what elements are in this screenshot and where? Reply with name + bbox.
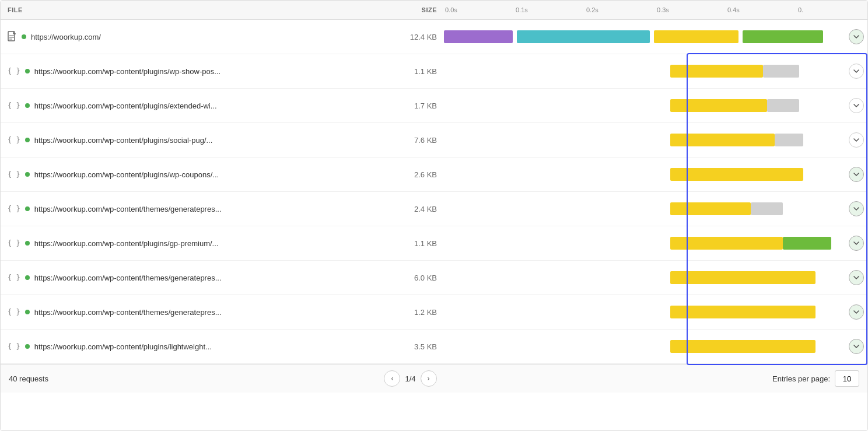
table-row: { }https://woorkup.com/wp-content/plugin…: [1, 123, 867, 157]
row-timeline: [444, 89, 867, 122]
row-file: { }https://woorkup.com/wp-content/plugin…: [1, 62, 386, 80]
file-url: https://woorkup.com/wp-content/plugins/g…: [34, 239, 219, 248]
entries-info: Entries per page:: [772, 370, 859, 387]
expand-button[interactable]: [849, 167, 864, 182]
bar-segment: [444, 30, 513, 43]
file-type-icon: [8, 31, 17, 43]
row-size: 2.6 KB: [386, 166, 444, 184]
expand-button[interactable]: [849, 64, 864, 79]
row-file: { }https://woorkup.com/wp-content/themes…: [1, 200, 386, 218]
page-prev-button[interactable]: ‹: [384, 370, 400, 387]
row-size: 2.4 KB: [386, 200, 444, 218]
expand-button[interactable]: [849, 236, 864, 251]
table-row: { }https://woorkup.com/wp-content/plugin…: [1, 157, 867, 192]
bar-segment: [670, 65, 763, 78]
bar-container: [444, 340, 848, 353]
requests-count: 40 requests: [9, 374, 48, 383]
timeline-tick-label: 0.4s: [726, 6, 797, 13]
file-url: https://woorkup.com/wp-content/plugins/e…: [34, 101, 217, 110]
bar-segment: [517, 30, 650, 43]
row-timeline: [444, 330, 867, 363]
entries-input[interactable]: [835, 370, 859, 387]
bar-container: [444, 271, 848, 284]
status-dot: [25, 344, 30, 349]
bar-container: [444, 30, 848, 43]
file-url: https://woorkup.com/wp-content/plugins/w…: [34, 67, 220, 76]
bar-segment: [670, 271, 816, 284]
row-size: 1.2 KB: [386, 303, 444, 321]
bar-segment: [743, 30, 823, 43]
file-type-icon: { }: [8, 274, 20, 282]
col-timeline-header: 0.0s0.1s0.2s0.3s0.4s0.: [444, 4, 867, 16]
status-dot: [22, 34, 26, 39]
expand-button[interactable]: [849, 98, 864, 113]
bar-segment: [670, 340, 816, 353]
row-size: 1.1 KB: [386, 234, 444, 253]
file-type-icon: { }: [8, 136, 20, 144]
row-timeline: [444, 123, 867, 157]
bar-container: [444, 99, 848, 112]
expand-button[interactable]: [849, 132, 864, 148]
status-dot: [25, 310, 30, 314]
table-row: { }https://woorkup.com/wp-content/themes…: [1, 192, 867, 226]
row-file: { }https://woorkup.com/wp-content/plugin…: [1, 234, 386, 253]
bar-segment: [670, 99, 767, 112]
file-type-icon: { }: [8, 205, 20, 213]
table-row: { }https://woorkup.com/wp-content/plugin…: [1, 54, 867, 89]
row-timeline: [444, 226, 867, 260]
row-size: 7.6 KB: [386, 131, 444, 149]
status-dot: [25, 69, 30, 73]
file-type-icon: { }: [8, 67, 20, 75]
timeline-tick-label: 0.1s: [514, 6, 585, 13]
bar-segment: [670, 306, 816, 318]
table-row: { }https://woorkup.com/wp-content/plugin…: [1, 89, 867, 123]
page-next-button[interactable]: ›: [421, 370, 437, 387]
file-type-icon: { }: [8, 101, 20, 110]
timeline-labels: 0.0s0.1s0.2s0.3s0.4s0.: [444, 6, 867, 13]
expand-button[interactable]: [849, 201, 864, 216]
timeline-tick-label: 0.: [797, 6, 867, 13]
status-dot: [25, 275, 30, 280]
file-url: https://woorkup.com/wp-content/plugins/s…: [34, 136, 213, 145]
row-timeline: [444, 54, 867, 88]
file-type-icon: { }: [8, 342, 20, 351]
bar-segment: [670, 202, 751, 215]
network-table: FILE SIZE 0.0s0.1s0.2s0.3s0.4s0. https:/…: [0, 0, 868, 431]
table-body: https://woorkup.com/12.4 KB{ }https://wo…: [1, 20, 867, 364]
bar-segment: [783, 237, 831, 250]
timeline-tick-label: 0.0s: [444, 6, 514, 13]
file-url: https://woorkup.com/wp-content/plugins/w…: [34, 170, 219, 179]
row-size: 1.1 KB: [386, 62, 444, 80]
row-file: { }https://woorkup.com/wp-content/plugin…: [1, 97, 386, 115]
row-size: 1.7 KB: [386, 97, 444, 115]
expand-button[interactable]: [849, 29, 864, 44]
row-timeline: [444, 261, 867, 295]
status-dot: [25, 241, 30, 246]
bar-container: [444, 237, 848, 250]
row-file: { }https://woorkup.com/wp-content/plugin…: [1, 166, 386, 184]
table-row: { }https://woorkup.com/wp-content/themes…: [1, 295, 867, 330]
table-row: { }https://woorkup.com/wp-content/themes…: [1, 261, 867, 295]
row-file: { }https://woorkup.com/wp-content/themes…: [1, 269, 386, 287]
bar-container: [444, 134, 848, 146]
file-type-icon: { }: [8, 239, 20, 247]
status-dot: [25, 138, 30, 142]
bar-container: [444, 306, 848, 318]
status-dot: [25, 103, 30, 108]
bar-container: [444, 168, 848, 181]
row-size: 12.4 KB: [386, 28, 444, 46]
file-type-icon: { }: [8, 170, 20, 178]
file-url: https://woorkup.com/wp-content/themes/ge…: [34, 205, 222, 213]
row-file: { }https://woorkup.com/wp-content/plugin…: [1, 131, 386, 149]
file-type-icon: { }: [8, 308, 20, 316]
table-row: { }https://woorkup.com/wp-content/plugin…: [1, 330, 867, 364]
bar-segment: [767, 99, 799, 112]
timeline-tick-label: 0.2s: [585, 6, 656, 13]
expand-button[interactable]: [849, 304, 864, 320]
table-row: { }https://woorkup.com/wp-content/plugin…: [1, 226, 867, 261]
timeline-tick-label: 0.3s: [656, 6, 726, 13]
row-timeline: [444, 295, 867, 329]
expand-button[interactable]: [849, 339, 864, 354]
row-file: { }https://woorkup.com/wp-content/plugin…: [1, 338, 386, 356]
expand-button[interactable]: [849, 270, 864, 285]
